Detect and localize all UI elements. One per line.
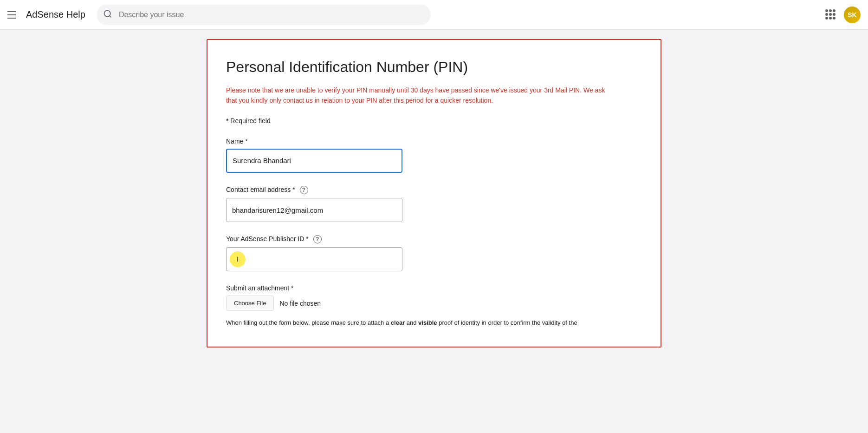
app-title: AdSense Help xyxy=(26,9,85,20)
svg-point-0 xyxy=(104,10,110,16)
attachment-section: Submit an attachment * Choose File No fi… xyxy=(226,284,638,311)
email-label: Contact email address * ? xyxy=(226,186,638,194)
form-notice: Please note that we are unable to verify… xyxy=(226,85,607,106)
attachment-label: Submit an attachment * xyxy=(226,284,638,292)
no-file-text: No file chosen xyxy=(279,300,321,307)
hamburger-menu-icon[interactable] xyxy=(7,9,19,20)
choose-file-button[interactable]: Choose File xyxy=(226,295,274,311)
publisher-id-field-group: Your AdSense Publisher ID * ? xyxy=(226,235,638,271)
email-field-group: Contact email address * ? xyxy=(226,186,638,222)
name-label: Name * xyxy=(226,138,638,145)
main-content: Personal Identification Number (PIN) Ple… xyxy=(0,30,868,357)
svg-line-1 xyxy=(110,15,111,17)
form-card: Personal Identification Number (PIN) Ple… xyxy=(207,39,661,348)
header: AdSense Help SK xyxy=(0,0,868,30)
name-field-group: Name * xyxy=(226,138,638,173)
publisher-id-input-wrap xyxy=(226,247,402,271)
bottom-note: When filling out the form below, please … xyxy=(226,318,607,328)
required-note: * Required field xyxy=(226,117,638,125)
publisher-id-input[interactable] xyxy=(226,247,402,271)
form-title: Personal Identification Number (PIN) xyxy=(226,59,638,76)
email-input[interactable] xyxy=(226,198,402,222)
publisher-id-help-icon[interactable]: ? xyxy=(313,235,322,243)
file-input-wrap: Choose File No file chosen xyxy=(226,295,638,311)
header-left: AdSense Help xyxy=(7,9,85,20)
name-input[interactable] xyxy=(226,149,402,173)
search-input[interactable] xyxy=(97,5,431,25)
grid-apps-icon[interactable] xyxy=(825,9,836,20)
email-help-icon[interactable]: ? xyxy=(300,186,308,194)
search-icon xyxy=(103,9,112,20)
publisher-id-label: Your AdSense Publisher ID * ? xyxy=(226,235,638,243)
avatar[interactable]: SK xyxy=(844,7,861,23)
search-bar xyxy=(97,5,431,25)
header-right: SK xyxy=(825,7,861,23)
